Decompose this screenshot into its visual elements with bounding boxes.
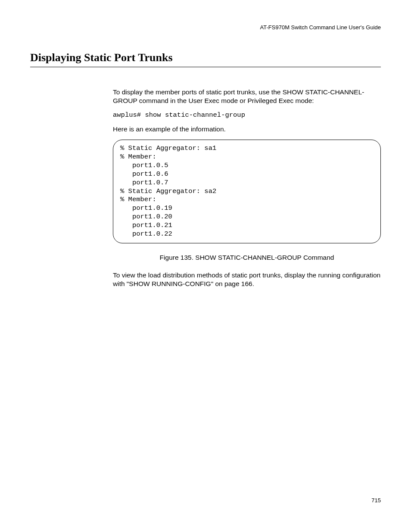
page-container: AT-FS970M Switch Command Line User's Gui… xyxy=(0,0,411,532)
command-output-text: % Static Aggregator: sa1 % Member: port1… xyxy=(120,144,374,238)
closing-paragraph: To view the load distribution methods of… xyxy=(113,271,381,288)
section-title: Displaying Static Port Trunks xyxy=(30,51,381,67)
header-guide-title: AT-FS970M Switch Command Line User's Gui… xyxy=(30,24,381,31)
page-number: 715 xyxy=(371,497,381,504)
intro-paragraph: To display the member ports of static po… xyxy=(113,88,381,105)
content-area: To display the member ports of static po… xyxy=(113,88,381,288)
example-intro: Here is an example of the information. xyxy=(113,125,381,134)
figure-caption: Figure 135. SHOW STATIC-CHANNEL-GROUP Co… xyxy=(113,254,381,261)
command-output-box: % Static Aggregator: sa1 % Member: port1… xyxy=(113,140,381,243)
command-example: awplus# show static-channel-group xyxy=(113,111,381,119)
